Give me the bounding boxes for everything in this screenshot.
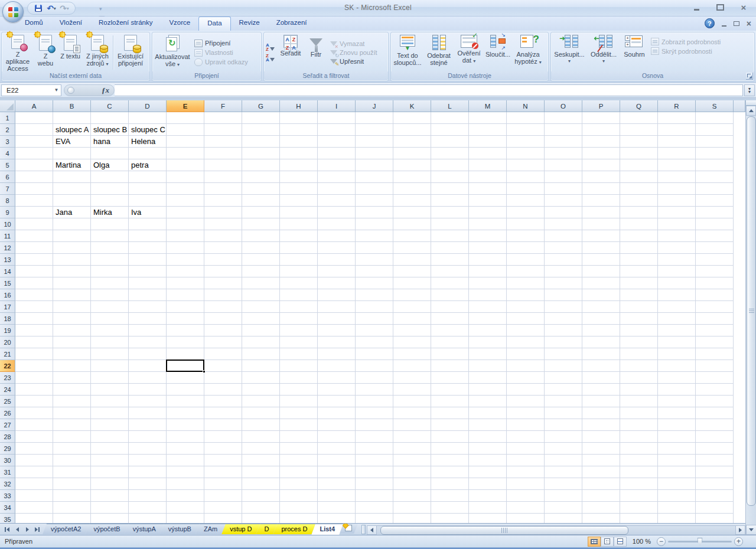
row-header-18[interactable]: 18: [0, 313, 15, 325]
row-header-30[interactable]: 30: [0, 455, 15, 466]
ribbon-tab-data[interactable]: Data: [198, 17, 230, 31]
zoom-level[interactable]: 100 %: [633, 538, 651, 545]
row-header-20[interactable]: 20: [0, 336, 15, 348]
column-header-j[interactable]: J: [356, 100, 393, 112]
cell-b2[interactable]: sloupec A: [53, 124, 89, 136]
selected-cell-e22[interactable]: [166, 360, 204, 372]
vertical-scroll-thumb[interactable]: [747, 116, 756, 506]
chevron-down-icon[interactable]: ▼: [52, 85, 61, 96]
row-header-21[interactable]: 21: [0, 348, 15, 360]
workbook-close-button[interactable]: ×: [747, 19, 751, 28]
formula-input[interactable]: [115, 84, 743, 96]
column-header-q[interactable]: Q: [620, 100, 658, 112]
row-header-12[interactable]: 12: [0, 242, 15, 254]
sheet-tab-zam[interactable]: ZAm: [195, 524, 226, 534]
row-header-7[interactable]: 7: [0, 183, 15, 195]
column-header-i[interactable]: I: [318, 100, 356, 112]
row-header-19[interactable]: 19: [0, 325, 15, 336]
sheet-tab-v-stupb[interactable]: výstupB: [160, 524, 200, 534]
row-header-3[interactable]: 3: [0, 136, 15, 148]
sort-descending-button[interactable]: ZA: [266, 54, 276, 63]
row-header-4[interactable]: 4: [0, 148, 15, 159]
sheet-tab-v-stupa[interactable]: výstupA: [125, 524, 164, 534]
horizontal-scroll-track[interactable]: [377, 525, 735, 535]
cells-area[interactable]: sloupec Asloupec Bsloupec CEVAhanaHelena…: [15, 112, 734, 523]
row-header-11[interactable]: 11: [0, 230, 15, 242]
row-header-14[interactable]: 14: [0, 266, 15, 277]
consolidate-button[interactable]: ↘ ↗ Sloučit...: [484, 33, 512, 72]
scroll-right-button[interactable]: [735, 525, 745, 535]
column-header-k[interactable]: K: [393, 100, 431, 112]
refresh-all-button[interactable]: ↻ Aktualizovat vše ▾: [153, 33, 192, 72]
what-if-analysis-button[interactable]: ? Analýza hypotéz ▾: [512, 33, 544, 72]
row-header-26[interactable]: 26: [0, 407, 15, 419]
scroll-up-button[interactable]: [746, 106, 756, 116]
workbook-restore-button[interactable]: [734, 21, 739, 26]
page-break-view-button[interactable]: [614, 537, 627, 547]
row-header-15[interactable]: 15: [0, 277, 15, 289]
ribbon-tab-vzorce[interactable]: Vzorce: [161, 17, 198, 31]
sheet-tab-v-po-eta2[interactable]: výpočetA2: [43, 524, 89, 534]
row-header-9[interactable]: 9: [0, 207, 15, 218]
row-header-25[interactable]: 25: [0, 396, 15, 407]
column-header-d[interactable]: D: [129, 100, 167, 112]
row-header-32[interactable]: 32: [0, 478, 15, 490]
sort-ascending-button[interactable]: AZ: [266, 43, 276, 52]
cell-c5[interactable]: Olga: [91, 159, 109, 171]
from-web-button[interactable]: Z webu: [33, 33, 58, 72]
cell-b9[interactable]: Jana: [53, 207, 72, 218]
column-header-p[interactable]: P: [582, 100, 620, 112]
close-button[interactable]: ×: [736, 3, 751, 12]
row-header-6[interactable]: 6: [0, 171, 15, 183]
row-header-23[interactable]: 23: [0, 372, 15, 384]
next-sheet-button[interactable]: [22, 525, 32, 534]
sort-button[interactable]: AZZA Seřadit: [277, 33, 304, 72]
column-header-b[interactable]: B: [53, 100, 91, 112]
row-header-27[interactable]: 27: [0, 419, 15, 431]
cell-c3[interactable]: hana: [91, 136, 110, 148]
zoom-in-button[interactable]: +: [734, 537, 743, 546]
cell-d3[interactable]: Helena: [129, 136, 155, 148]
cell-c9[interactable]: Mirka: [91, 207, 112, 218]
last-sheet-button[interactable]: [32, 525, 42, 534]
row-header-28[interactable]: 28: [0, 431, 15, 443]
advanced-filter-button[interactable]: ✎ Upřesnit: [330, 58, 377, 65]
page-layout-view-button[interactable]: [601, 537, 614, 547]
column-header-l[interactable]: L: [431, 100, 469, 112]
help-button[interactable]: ?: [705, 18, 715, 28]
vertical-scrollbar[interactable]: [745, 100, 756, 535]
column-header-f[interactable]: F: [204, 100, 242, 112]
from-access-button[interactable]: Z aplikace Access: [2, 33, 33, 72]
row-header-5[interactable]: 5: [0, 159, 15, 171]
zoom-track[interactable]: [668, 541, 732, 543]
ribbon-tab-rozlo-en-str-nky[interactable]: Rozložení stránky: [90, 17, 161, 31]
subtotal-button[interactable]: + + Souhrn: [620, 33, 649, 72]
row-header-10[interactable]: 10: [0, 218, 15, 230]
column-header-e[interactable]: E: [167, 100, 204, 112]
sheet-tab-vstup-d[interactable]: vstup D: [221, 524, 260, 534]
column-header-g[interactable]: G: [242, 100, 280, 112]
workbook-minimize-button[interactable]: [722, 21, 726, 27]
column-header-r[interactable]: R: [658, 100, 696, 112]
sheet-tab-list4[interactable]: List4: [311, 524, 343, 535]
column-header-s[interactable]: S: [696, 100, 734, 112]
from-text-button[interactable]: Z textu: [58, 33, 83, 72]
from-other-sources-button[interactable]: Z jiných zdrojů ▾: [83, 33, 112, 72]
horizontal-scroll-thumb[interactable]: [380, 526, 628, 535]
column-header-m[interactable]: M: [469, 100, 507, 112]
data-validation-button[interactable]: ✓ Ověření dat ▾: [454, 33, 484, 72]
row-header-29[interactable]: 29: [0, 443, 15, 455]
scroll-down-button[interactable]: [746, 525, 756, 535]
row-header-33[interactable]: 33: [0, 490, 15, 502]
cell-b3[interactable]: EVA: [53, 136, 70, 148]
cell-c2[interactable]: sloupec B: [91, 124, 127, 136]
scroll-left-button[interactable]: [367, 525, 377, 535]
existing-connections-button[interactable]: Existující připojení: [114, 33, 147, 72]
tab-split-handle[interactable]: [361, 525, 366, 534]
dialog-launcher-icon[interactable]: [746, 73, 753, 80]
insert-function-button[interactable]: ƒx: [64, 84, 115, 96]
cell-d2[interactable]: sloupec C: [129, 124, 165, 136]
row-header-34[interactable]: 34: [0, 502, 15, 514]
name-box[interactable]: E22 ▼: [1, 84, 61, 96]
ribbon-tab-revize[interactable]: Revize: [231, 17, 268, 31]
